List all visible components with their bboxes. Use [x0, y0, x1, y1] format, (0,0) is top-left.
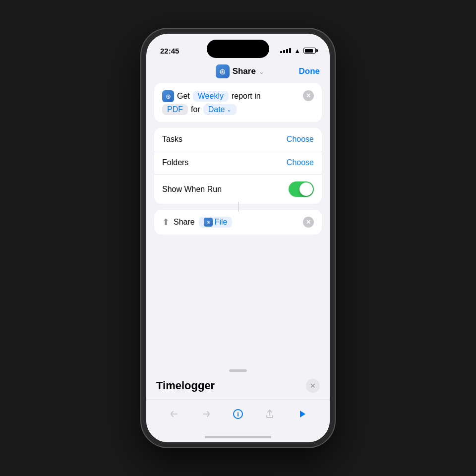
action-line1: ⊛ Get Weekly report in — [162, 90, 303, 102]
action-date-text: Date — [208, 105, 225, 114]
action-date-chevron-icon: ⌄ — [227, 106, 232, 113]
tasks-label: Tasks — [162, 135, 182, 144]
action-close-button[interactable]: ✕ — [303, 90, 314, 101]
share-button[interactable] — [261, 405, 279, 423]
battery-icon — [303, 48, 316, 54]
share-file-card: ⬆ Share ⊛ File ✕ — [154, 210, 322, 235]
sheet-title: Timelogger — [156, 379, 215, 392]
action-app-icon: ⊛ — [162, 90, 174, 102]
phone-frame: 22:45 ▲ ⊛ Share ⌄ Done — [141, 29, 335, 447]
home-indicator — [205, 436, 271, 438]
info-button[interactable] — [229, 405, 247, 423]
nav-title: ⊛ Share ⌄ — [216, 64, 264, 78]
action-card-1: ⊛ Get Weekly report in PDF for Date ⌄ — [154, 83, 322, 122]
share-file-app-icon: ⊛ — [204, 218, 213, 227]
sheet-header: Timelogger ✕ — [146, 379, 330, 400]
play-button[interactable] — [293, 405, 311, 423]
app-icon: ⊛ — [216, 64, 230, 78]
share-file-pill[interactable]: ⊛ File — [199, 217, 233, 228]
nav-bar: ⊛ Share ⌄ Done — [146, 60, 330, 83]
main-content: ⊛ Get Weekly report in PDF for Date ⌄ — [146, 83, 330, 235]
sheet-handle — [229, 369, 247, 372]
action-for-text: for — [191, 105, 200, 114]
show-when-run-toggle[interactable] — [289, 181, 314, 197]
show-when-run-row: Show When Run — [154, 175, 322, 204]
section-divider — [154, 204, 322, 210]
nav-chevron-icon: ⌄ — [259, 68, 264, 75]
share-upload-icon: ⬆ — [162, 217, 170, 228]
action-report-text: report in — [232, 92, 261, 101]
action-line2: PDF for Date ⌄ — [162, 104, 303, 115]
folders-label: Folders — [162, 158, 188, 167]
nav-title-text: Share — [233, 66, 256, 76]
wifi-icon: ▲ — [294, 47, 300, 55]
forward-button[interactable] — [197, 405, 215, 423]
options-card: Tasks Choose Folders Choose Show When Ru… — [154, 128, 322, 204]
bottom-sheet: Timelogger ✕ — [146, 363, 330, 442]
action-content: ⊛ Get Weekly report in PDF for Date ⌄ — [162, 90, 303, 115]
action-pdf-pill[interactable]: PDF — [162, 104, 188, 115]
action-get-text: Get — [177, 92, 190, 101]
sheet-toolbar — [146, 400, 330, 433]
share-close-button[interactable]: ✕ — [303, 217, 314, 228]
tasks-row: Tasks Choose — [154, 128, 322, 151]
svg-point-2 — [238, 412, 238, 413]
action-weekly-pill[interactable]: Weekly — [193, 91, 229, 102]
folders-row: Folders Choose — [154, 151, 322, 175]
action-header: ⊛ Get Weekly report in PDF for Date ⌄ — [162, 90, 314, 115]
done-button[interactable]: Done — [299, 66, 320, 76]
tasks-choose-button[interactable]: Choose — [287, 135, 314, 144]
signal-icon — [280, 48, 291, 53]
back-button[interactable] — [165, 405, 183, 423]
status-time: 22:45 — [160, 47, 179, 55]
toggle-knob — [299, 182, 313, 196]
status-icons: ▲ — [280, 47, 316, 55]
folders-choose-button[interactable]: Choose — [287, 158, 314, 167]
share-label-text: Share — [174, 218, 195, 227]
share-file-text: File — [215, 218, 228, 227]
share-card-left: ⬆ Share ⊛ File — [162, 217, 232, 228]
show-when-run-label: Show When Run — [162, 185, 222, 194]
sheet-close-button[interactable]: ✕ — [306, 379, 320, 393]
action-date-pill[interactable]: Date ⌄ — [203, 104, 237, 115]
dynamic-island — [207, 40, 269, 58]
